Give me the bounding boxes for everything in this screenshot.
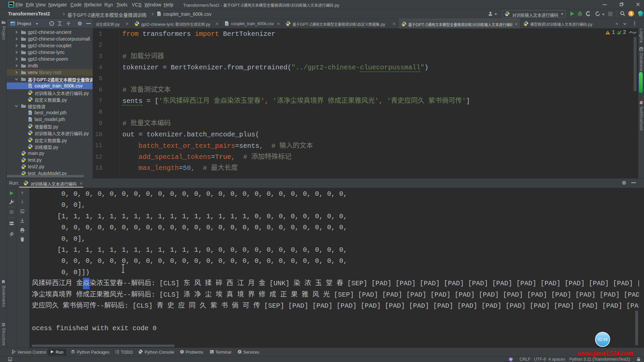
svg-text:PC: PC: [9, 3, 13, 6]
